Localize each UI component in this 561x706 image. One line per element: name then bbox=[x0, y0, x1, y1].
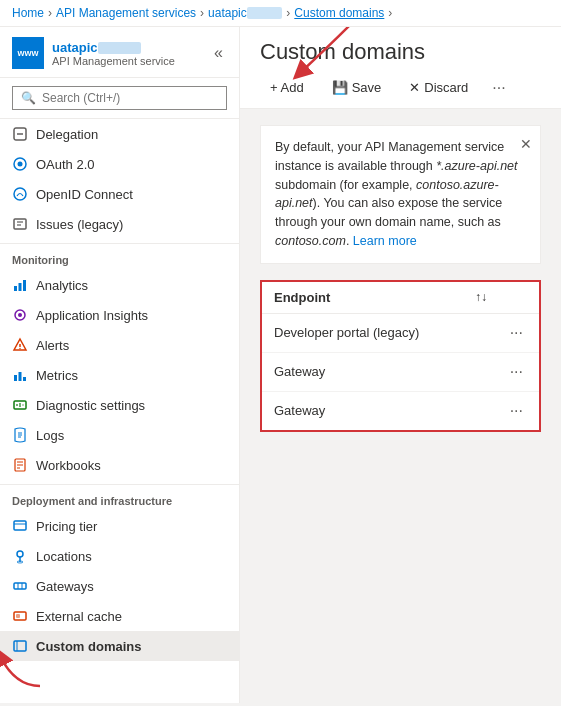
table-row: Gateway ··· bbox=[262, 392, 539, 430]
sidebar-nav: Delegation OAuth 2.0 OpenID Connect Issu… bbox=[0, 119, 239, 703]
content-area: Custom domains + Add 💾 Save bbox=[240, 27, 561, 703]
add-button[interactable]: + Add bbox=[260, 75, 314, 100]
sort-icon: ↑↓ bbox=[475, 290, 487, 304]
sidebar-item-logs[interactable]: Logs bbox=[0, 420, 239, 450]
svg-rect-17 bbox=[23, 377, 26, 381]
sidebar-item-metrics[interactable]: Metrics bbox=[0, 360, 239, 390]
discard-icon: ✕ bbox=[409, 80, 420, 95]
logs-label: Logs bbox=[36, 428, 64, 443]
sidebar-item-delegation[interactable]: Delegation bbox=[0, 119, 239, 149]
row-0-more-button[interactable]: ··· bbox=[506, 322, 527, 344]
app-insights-icon bbox=[12, 307, 28, 323]
oauth2-label: OAuth 2.0 bbox=[36, 157, 95, 172]
metrics-icon bbox=[12, 367, 28, 383]
info-text-4: . bbox=[346, 234, 353, 248]
svg-rect-9 bbox=[19, 283, 22, 291]
table-row: Developer portal (legacy) ··· bbox=[262, 314, 539, 353]
svg-point-14 bbox=[19, 348, 20, 349]
issues-label: Issues (legacy) bbox=[36, 217, 123, 232]
breadcrumb: Home › API Management services › uatapic… bbox=[0, 0, 561, 27]
collapse-button[interactable]: « bbox=[210, 42, 227, 64]
row-1-more-button[interactable]: ··· bbox=[506, 361, 527, 383]
sidebar: www uatapic API Management service « 🔍 bbox=[0, 27, 240, 703]
svg-point-3 bbox=[18, 162, 23, 167]
sidebar-item-openid[interactable]: OpenID Connect bbox=[0, 179, 239, 209]
breadcrumb-instance[interactable]: uatapic bbox=[208, 6, 282, 20]
logs-icon bbox=[12, 427, 28, 443]
sidebar-item-external-cache[interactable]: External cache bbox=[0, 601, 239, 631]
svg-rect-5 bbox=[14, 219, 26, 229]
openid-icon bbox=[12, 186, 28, 202]
alerts-icon bbox=[12, 337, 28, 353]
sidebar-item-oauth2[interactable]: OAuth 2.0 bbox=[0, 149, 239, 179]
info-close-button[interactable]: ✕ bbox=[520, 134, 532, 155]
pricing-label: Pricing tier bbox=[36, 519, 97, 534]
cache-icon bbox=[12, 608, 28, 624]
svg-rect-37 bbox=[16, 614, 20, 618]
sidebar-item-app-insights[interactable]: Application Insights bbox=[0, 300, 239, 330]
analytics-icon bbox=[12, 277, 28, 293]
search-icon: 🔍 bbox=[21, 91, 36, 105]
table-row: Gateway ··· bbox=[262, 353, 539, 392]
brand-icon: www bbox=[12, 37, 44, 69]
sidebar-item-custom-domains[interactable]: Custom domains bbox=[0, 631, 239, 661]
sidebar-item-workbooks[interactable]: Workbooks bbox=[0, 450, 239, 480]
diagnostic-label: Diagnostic settings bbox=[36, 398, 145, 413]
more-options-button[interactable]: ··· bbox=[486, 77, 511, 99]
page-title: Custom domains bbox=[260, 39, 541, 65]
workbooks-icon bbox=[12, 457, 28, 473]
sidebar-item-locations[interactable]: Locations bbox=[0, 541, 239, 571]
diagnostic-icon bbox=[12, 397, 28, 413]
delegation-icon bbox=[12, 126, 28, 142]
sidebar-title-block: uatapic API Management service bbox=[52, 40, 202, 67]
app-insights-label: Application Insights bbox=[36, 308, 148, 323]
endpoint-cell: Developer portal (legacy) bbox=[274, 325, 457, 340]
svg-rect-15 bbox=[14, 375, 17, 381]
row-2-more-button[interactable]: ··· bbox=[506, 400, 527, 422]
sidebar-item-analytics[interactable]: Analytics bbox=[0, 270, 239, 300]
section-monitoring: Monitoring bbox=[0, 243, 239, 270]
save-button[interactable]: 💾 Save bbox=[322, 75, 392, 100]
openid-label: OpenID Connect bbox=[36, 187, 133, 202]
learn-more-link[interactable]: Learn more bbox=[353, 234, 417, 248]
external-cache-label: External cache bbox=[36, 609, 122, 624]
svg-point-12 bbox=[18, 313, 22, 317]
sidebar-item-pricing[interactable]: Pricing tier bbox=[0, 511, 239, 541]
sidebar-item-gateways[interactable]: Gateways bbox=[0, 571, 239, 601]
svg-rect-38 bbox=[14, 641, 26, 651]
breadcrumb-api-mgmt[interactable]: API Management services bbox=[56, 6, 196, 20]
svg-rect-33 bbox=[14, 583, 26, 589]
breadcrumb-custom-domains[interactable]: Custom domains bbox=[294, 6, 384, 20]
instance-name: uatapic bbox=[52, 40, 202, 55]
alerts-label: Alerts bbox=[36, 338, 69, 353]
breadcrumb-home[interactable]: Home bbox=[12, 6, 44, 20]
section-deployment: Deployment and infrastructure bbox=[0, 484, 239, 511]
oauth-icon bbox=[12, 156, 28, 172]
content-header: Custom domains + Add 💾 Save bbox=[240, 27, 561, 109]
search-wrapper[interactable]: 🔍 bbox=[12, 86, 227, 110]
sort-button[interactable]: ↑↓ bbox=[475, 290, 487, 304]
svg-rect-8 bbox=[14, 286, 17, 291]
svg-rect-10 bbox=[23, 280, 26, 291]
locations-icon bbox=[12, 548, 28, 564]
domains-icon bbox=[12, 638, 28, 654]
save-disk-icon: 💾 bbox=[332, 80, 348, 95]
endpoint-cell: Gateway bbox=[274, 403, 457, 418]
info-domain: *.azure-api.net bbox=[436, 159, 517, 173]
sidebar-item-issues[interactable]: Issues (legacy) bbox=[0, 209, 239, 239]
gateways-icon bbox=[12, 578, 28, 594]
search-input[interactable] bbox=[42, 91, 218, 105]
endpoint-cell: Gateway bbox=[274, 364, 457, 379]
sidebar-subtitle: API Management service bbox=[52, 55, 202, 67]
discard-button[interactable]: ✕ Discard bbox=[399, 75, 478, 100]
endpoints-table: Endpoint ↑↓ Developer portal (legacy) ··… bbox=[260, 280, 541, 432]
delegation-label: Delegation bbox=[36, 127, 98, 142]
sidebar-item-alerts[interactable]: Alerts bbox=[0, 330, 239, 360]
content-body: ✕ By default, your API Management servic… bbox=[240, 109, 561, 703]
info-example2: contoso.com bbox=[275, 234, 346, 248]
metrics-label: Metrics bbox=[36, 368, 78, 383]
custom-domains-label: Custom domains bbox=[36, 639, 141, 654]
sidebar-item-diagnostic[interactable]: Diagnostic settings bbox=[0, 390, 239, 420]
table-header: Endpoint ↑↓ bbox=[262, 282, 539, 314]
locations-label: Locations bbox=[36, 549, 92, 564]
